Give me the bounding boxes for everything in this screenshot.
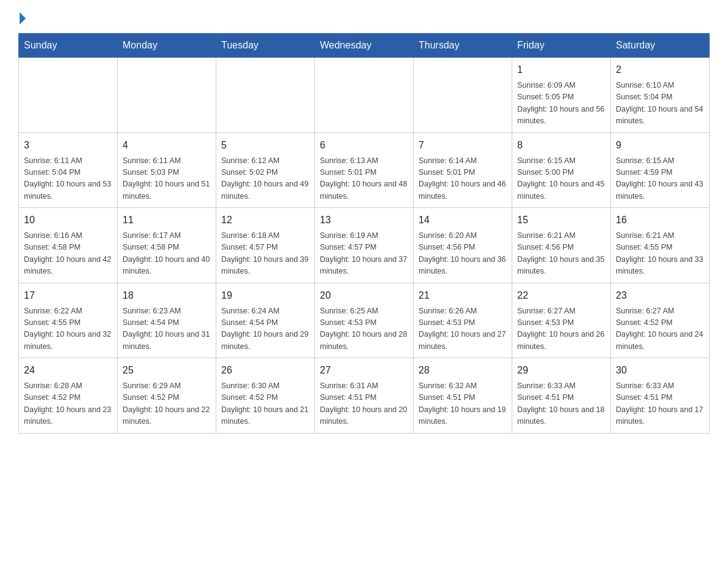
day-number: 25 [123, 363, 211, 378]
day-info: Sunrise: 6:09 AMSunset: 5:05 PMDaylight:… [517, 80, 605, 128]
day-info: Sunrise: 6:18 AMSunset: 4:57 PMDaylight:… [221, 230, 309, 278]
week-row-2: 3Sunrise: 6:11 AMSunset: 5:04 PMDaylight… [19, 132, 710, 208]
logo-text [18, 12, 26, 26]
day-info: Sunrise: 6:20 AMSunset: 4:56 PMDaylight:… [419, 230, 507, 278]
day-info: Sunrise: 6:16 AMSunset: 4:58 PMDaylight:… [24, 230, 112, 278]
day-info: Sunrise: 6:24 AMSunset: 4:54 PMDaylight:… [221, 305, 309, 353]
day-info: Sunrise: 6:26 AMSunset: 4:53 PMDaylight:… [419, 305, 507, 353]
day-info: Sunrise: 6:15 AMSunset: 4:59 PMDaylight:… [616, 155, 704, 203]
day-number: 20 [320, 288, 408, 303]
day-cell: 14Sunrise: 6:20 AMSunset: 4:56 PMDayligh… [414, 208, 512, 283]
calendar-table: SundayMondayTuesdayWednesdayThursdayFrid… [18, 33, 710, 434]
day-number: 18 [123, 288, 211, 303]
day-info: Sunrise: 6:25 AMSunset: 4:53 PMDaylight:… [320, 305, 408, 353]
day-cell: 20Sunrise: 6:25 AMSunset: 4:53 PMDayligh… [315, 283, 414, 358]
day-info: Sunrise: 6:27 AMSunset: 4:53 PMDaylight:… [517, 305, 605, 353]
day-cell [19, 58, 118, 133]
day-number: 21 [419, 288, 507, 303]
day-info: Sunrise: 6:11 AMSunset: 5:03 PMDaylight:… [123, 155, 211, 203]
day-number: 23 [616, 288, 704, 303]
week-row-5: 24Sunrise: 6:28 AMSunset: 4:52 PMDayligh… [19, 358, 710, 434]
day-cell: 12Sunrise: 6:18 AMSunset: 4:57 PMDayligh… [216, 208, 315, 283]
day-number: 19 [221, 288, 309, 303]
column-header-saturday: Saturday [611, 34, 710, 58]
day-number: 4 [123, 138, 211, 153]
day-number: 3 [24, 138, 112, 153]
day-cell: 2Sunrise: 6:10 AMSunset: 5:04 PMDaylight… [611, 58, 710, 133]
day-info: Sunrise: 6:13 AMSunset: 5:01 PMDaylight:… [320, 155, 408, 203]
logo-triangle-icon [20, 12, 26, 25]
day-cell [216, 58, 315, 133]
day-info: Sunrise: 6:12 AMSunset: 5:02 PMDaylight:… [221, 155, 309, 203]
day-cell: 27Sunrise: 6:31 AMSunset: 4:51 PMDayligh… [315, 358, 414, 434]
day-cell: 8Sunrise: 6:15 AMSunset: 5:00 PMDaylight… [512, 132, 611, 208]
day-number: 14 [419, 213, 507, 228]
week-row-4: 17Sunrise: 6:22 AMSunset: 4:55 PMDayligh… [19, 283, 710, 358]
day-info: Sunrise: 6:32 AMSunset: 4:51 PMDaylight:… [419, 380, 507, 428]
day-number: 13 [320, 213, 408, 228]
day-number: 15 [517, 213, 605, 228]
day-info: Sunrise: 6:28 AMSunset: 4:52 PMDaylight:… [24, 380, 112, 428]
day-cell: 22Sunrise: 6:27 AMSunset: 4:53 PMDayligh… [512, 283, 611, 358]
day-number: 16 [616, 213, 704, 228]
column-header-wednesday: Wednesday [315, 34, 414, 58]
day-info: Sunrise: 6:33 AMSunset: 4:51 PMDaylight:… [616, 380, 704, 428]
day-number: 12 [221, 213, 309, 228]
column-header-sunday: Sunday [19, 34, 118, 58]
day-number: 28 [419, 363, 507, 378]
column-header-monday: Monday [118, 34, 216, 58]
day-number: 27 [320, 363, 408, 378]
day-cell: 17Sunrise: 6:22 AMSunset: 4:55 PMDayligh… [19, 283, 118, 358]
day-info: Sunrise: 6:31 AMSunset: 4:51 PMDaylight:… [320, 380, 408, 428]
day-info: Sunrise: 6:23 AMSunset: 4:54 PMDaylight:… [123, 305, 211, 353]
day-cell: 5Sunrise: 6:12 AMSunset: 5:02 PMDaylight… [216, 132, 315, 208]
day-cell: 13Sunrise: 6:19 AMSunset: 4:57 PMDayligh… [315, 208, 414, 283]
day-number: 10 [24, 213, 112, 228]
column-header-thursday: Thursday [414, 34, 512, 58]
day-info: Sunrise: 6:29 AMSunset: 4:52 PMDaylight:… [123, 380, 211, 428]
day-number: 29 [517, 363, 605, 378]
column-header-tuesday: Tuesday [216, 34, 315, 58]
day-info: Sunrise: 6:19 AMSunset: 4:57 PMDaylight:… [320, 230, 408, 278]
day-cell: 11Sunrise: 6:17 AMSunset: 4:58 PMDayligh… [118, 208, 216, 283]
day-cell: 24Sunrise: 6:28 AMSunset: 4:52 PMDayligh… [19, 358, 118, 434]
day-cell: 16Sunrise: 6:21 AMSunset: 4:55 PMDayligh… [611, 208, 710, 283]
day-cell: 26Sunrise: 6:30 AMSunset: 4:52 PMDayligh… [216, 358, 315, 434]
day-info: Sunrise: 6:15 AMSunset: 5:00 PMDaylight:… [517, 155, 605, 203]
day-number: 30 [616, 363, 704, 378]
day-cell [315, 58, 414, 133]
column-header-friday: Friday [512, 34, 611, 58]
day-info: Sunrise: 6:17 AMSunset: 4:58 PMDaylight:… [123, 230, 211, 278]
day-cell: 6Sunrise: 6:13 AMSunset: 5:01 PMDaylight… [315, 132, 414, 208]
day-number: 5 [221, 138, 309, 153]
day-cell: 28Sunrise: 6:32 AMSunset: 4:51 PMDayligh… [414, 358, 512, 434]
day-number: 7 [419, 138, 507, 153]
day-cell: 1Sunrise: 6:09 AMSunset: 5:05 PMDaylight… [512, 58, 611, 133]
day-cell: 3Sunrise: 6:11 AMSunset: 5:04 PMDaylight… [19, 132, 118, 208]
day-number: 26 [221, 363, 309, 378]
day-info: Sunrise: 6:11 AMSunset: 5:04 PMDaylight:… [24, 155, 112, 203]
logo [18, 12, 26, 23]
day-info: Sunrise: 6:27 AMSunset: 4:52 PMDaylight:… [616, 305, 704, 353]
day-number: 2 [616, 63, 704, 77]
week-row-3: 10Sunrise: 6:16 AMSunset: 4:58 PMDayligh… [19, 208, 710, 283]
day-info: Sunrise: 6:22 AMSunset: 4:55 PMDaylight:… [24, 305, 112, 353]
day-cell: 30Sunrise: 6:33 AMSunset: 4:51 PMDayligh… [611, 358, 710, 434]
day-cell [118, 58, 216, 133]
day-number: 17 [24, 288, 112, 303]
day-cell: 15Sunrise: 6:21 AMSunset: 4:56 PMDayligh… [512, 208, 611, 283]
week-row-1: 1Sunrise: 6:09 AMSunset: 5:05 PMDaylight… [19, 58, 710, 133]
day-number: 6 [320, 138, 408, 153]
day-cell: 4Sunrise: 6:11 AMSunset: 5:03 PMDaylight… [118, 132, 216, 208]
day-number: 1 [517, 63, 605, 77]
day-cell: 23Sunrise: 6:27 AMSunset: 4:52 PMDayligh… [611, 283, 710, 358]
day-info: Sunrise: 6:33 AMSunset: 4:51 PMDaylight:… [517, 380, 605, 428]
day-number: 9 [616, 138, 704, 153]
day-number: 24 [24, 363, 112, 378]
day-cell: 7Sunrise: 6:14 AMSunset: 5:01 PMDaylight… [414, 132, 512, 208]
day-number: 22 [517, 288, 605, 303]
day-cell: 21Sunrise: 6:26 AMSunset: 4:53 PMDayligh… [414, 283, 512, 358]
day-cell: 10Sunrise: 6:16 AMSunset: 4:58 PMDayligh… [19, 208, 118, 283]
calendar-header-row: SundayMondayTuesdayWednesdayThursdayFrid… [19, 34, 710, 58]
day-info: Sunrise: 6:21 AMSunset: 4:55 PMDaylight:… [616, 230, 704, 278]
